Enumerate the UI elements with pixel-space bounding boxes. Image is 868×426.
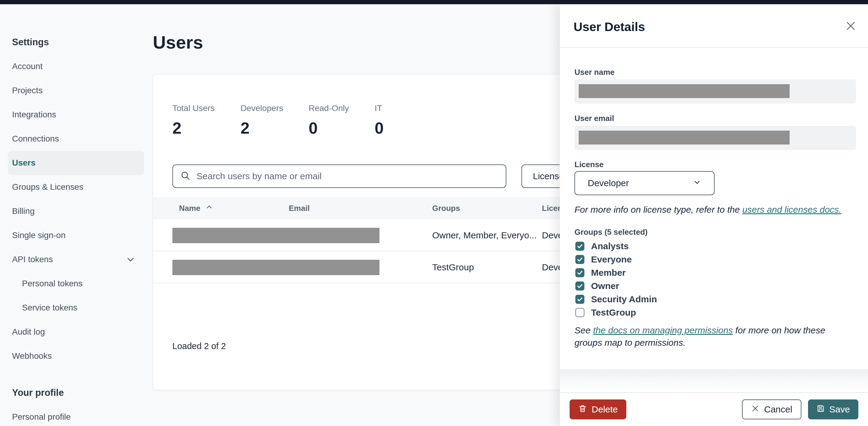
save-button[interactable]: Save [808, 399, 858, 419]
sidebar-item-personal-profile[interactable]: Personal profile [8, 405, 144, 426]
sidebar-profile-title: Your profile [8, 381, 144, 405]
top-bar [0, 0, 868, 4]
group-checkbox-member[interactable]: Member [575, 266, 626, 279]
group-checkbox-everyone[interactable]: Everyone [575, 253, 632, 266]
column-header-email[interactable]: Email [289, 204, 310, 213]
sidebar-item-webhooks[interactable]: Webhooks [8, 344, 144, 368]
user-details-drawer: User Details User name User email Licens… [560, 4, 868, 426]
sidebar-item-users[interactable]: Users [8, 151, 144, 175]
chevron-down-icon [126, 255, 135, 264]
checkbox-checked-icon[interactable] [575, 242, 584, 251]
license-note: For more info on license type, refer to … [575, 203, 852, 216]
group-checkbox-analysts[interactable]: Analysts [575, 239, 629, 253]
column-header-groups[interactable]: Groups [432, 204, 460, 213]
close-icon [751, 404, 760, 415]
cell-groups: TestGroup [432, 262, 474, 273]
stat-value: 2 [173, 119, 215, 137]
drawer-footer: Delete Cancel Save [560, 392, 868, 426]
sidebar-item-account[interactable]: Account [8, 54, 144, 79]
sidebar-item-label: API tokens [12, 255, 53, 264]
group-checkbox-testgroup[interactable]: TestGroup [575, 306, 636, 319]
group-checkbox-owner[interactable]: Owner [575, 279, 619, 293]
license-filter-label: License [533, 171, 564, 181]
license-select-value: Developer [588, 178, 629, 188]
cell-groups: Owner, Member, Everyo... [432, 230, 537, 240]
chevron-down-icon [693, 178, 701, 189]
permissions-note: See the docs on managing permissions for… [575, 324, 852, 349]
redacted-user-email [579, 131, 789, 144]
table-row[interactable]: Owner, Member, Everyo... Developer [153, 219, 597, 251]
groups-count-label: Groups (5 selected) [575, 227, 648, 237]
sidebar-section-title: Settings [8, 30, 144, 54]
stat-label: Read-Only [309, 104, 349, 113]
loaded-count-text: Loaded 2 of 2 [173, 341, 226, 351]
redacted-name-email [173, 260, 379, 275]
column-header-name[interactable]: Name [179, 203, 213, 213]
checkbox-checked-icon[interactable] [575, 295, 584, 304]
stat-value: 0 [309, 119, 349, 137]
license-label: License [575, 160, 604, 169]
sidebar-item-audit-log[interactable]: Audit log [8, 320, 144, 344]
sidebar-item-billing[interactable]: Billing [8, 199, 144, 223]
group-checkbox-security-admin[interactable]: Security Admin [575, 293, 657, 306]
search-users-box[interactable] [173, 164, 506, 188]
sidebar-item-groups-licenses[interactable]: Groups & Licenses [8, 175, 144, 199]
settings-sidebar: Settings Account Projects Integrations C… [8, 30, 144, 426]
stat-value: 2 [241, 119, 283, 137]
close-icon[interactable] [844, 20, 857, 33]
sidebar-item-connections[interactable]: Connections [8, 127, 144, 151]
stat-it: IT 0 [375, 104, 384, 137]
sidebar-item-projects[interactable]: Projects [8, 79, 144, 103]
stat-total-users: Total Users 2 [173, 104, 215, 137]
drawer-title: User Details [574, 20, 645, 34]
sidebar-item-personal-tokens[interactable]: Personal tokens [8, 272, 144, 296]
stat-value: 0 [375, 119, 384, 137]
redacted-user-name [579, 84, 789, 98]
redacted-name-email [173, 228, 379, 243]
sidebar-item-api-tokens[interactable]: API tokens [8, 247, 144, 272]
divider [560, 47, 868, 48]
user-email-label: User email [575, 114, 614, 123]
stat-developers: Developers 2 [241, 104, 283, 137]
sort-ascending-icon [205, 203, 213, 213]
stat-read-only: Read-Only 0 [309, 104, 349, 137]
stat-label: Developers [241, 104, 283, 113]
sidebar-item-integrations[interactable]: Integrations [8, 103, 144, 127]
users-licenses-docs-link[interactable]: users and licenses docs. [742, 204, 841, 215]
users-table-header: Name Email Groups License [153, 197, 597, 219]
save-disk-icon [816, 404, 825, 415]
checkbox-checked-icon[interactable] [575, 268, 584, 277]
sidebar-item-service-tokens[interactable]: Service tokens [8, 296, 144, 320]
user-email-field[interactable] [575, 126, 856, 150]
stat-label: IT [375, 104, 384, 113]
trash-icon [578, 404, 587, 415]
scroll-fade [560, 369, 868, 392]
user-name-field[interactable] [575, 79, 856, 104]
stat-label: Total Users [173, 104, 215, 113]
checkbox-unchecked-icon[interactable] [575, 308, 584, 317]
delete-button[interactable]: Delete [569, 399, 626, 419]
cancel-button[interactable]: Cancel [742, 399, 801, 419]
search-input[interactable] [196, 171, 498, 181]
users-card: Total Users 2 Developers 2 Read-Only 0 I… [153, 74, 597, 390]
search-icon [180, 170, 190, 182]
checkbox-checked-icon[interactable] [575, 255, 584, 264]
page-title: Users [153, 32, 203, 53]
managing-permissions-docs-link[interactable]: the docs on managing permissions [593, 325, 733, 335]
checkbox-checked-icon[interactable] [575, 282, 584, 290]
license-select[interactable]: Developer [575, 171, 715, 195]
table-row[interactable]: TestGroup Developer [153, 251, 597, 283]
user-name-label: User name [575, 67, 615, 77]
sidebar-item-single-sign-on[interactable]: Single sign-on [8, 223, 144, 247]
